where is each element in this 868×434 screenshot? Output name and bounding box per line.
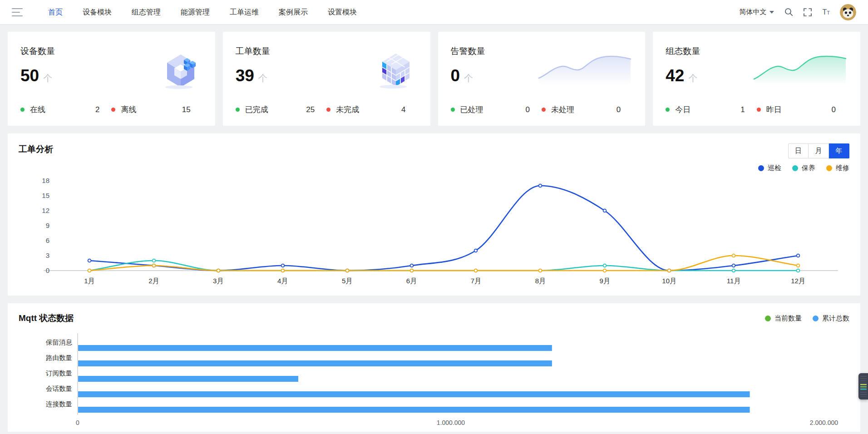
stat-label: 未处理 (551, 104, 574, 115)
top-nav-bar: 首页 设备模块 组态管理 能源管理 工单运维 案例展示 设置模块 简体中文 TT (0, 0, 868, 24)
legend-dot (758, 165, 764, 171)
legend-item-current[interactable]: 当前数量 (765, 314, 802, 323)
unit-label: 个 (464, 72, 473, 84)
cube-block-icon (159, 43, 202, 97)
svg-text:2,000,000: 2,000,000 (810, 419, 838, 425)
stat-completed: 已完成 25 (236, 104, 326, 115)
svg-text:10月: 10月 (662, 277, 676, 285)
font-size-icon[interactable]: TT (822, 8, 830, 16)
cube-cluster-icon (374, 43, 418, 97)
card-value: 39 (236, 66, 254, 85)
legend-item-maintenance[interactable]: 保养 (792, 164, 815, 173)
card-title: 告警数量 (451, 45, 485, 57)
svg-text:15: 15 (42, 192, 49, 199)
workorder-analysis-panel: 工单分析 日 月 年 巡检 保养 维修 03691215181月2月3月4月5月… (8, 133, 860, 296)
unit-label: 个 (258, 72, 267, 84)
svg-text:12月: 12月 (791, 277, 805, 285)
svg-text:6月: 6月 (406, 277, 417, 285)
stat-value: 0 (832, 105, 836, 114)
nav-item-devices[interactable]: 设备模块 (73, 0, 122, 24)
stat-value: 0 (616, 105, 621, 114)
status-dot-green (20, 108, 25, 112)
svg-text:4月: 4月 (277, 277, 288, 285)
stat-value: 25 (306, 105, 315, 114)
time-range-toggle: 日 月 年 (788, 143, 849, 158)
nav-item-workorder[interactable]: 工单运维 (220, 0, 269, 24)
svg-text:0: 0 (46, 266, 49, 274)
svg-text:5月: 5月 (342, 277, 352, 285)
svg-text:0: 0 (76, 419, 79, 425)
legend-item-total[interactable]: 累计总数 (813, 314, 849, 323)
svg-text:3月: 3月 (213, 277, 223, 285)
svg-text:会话数量: 会话数量 (46, 385, 72, 392)
svg-text:18: 18 (42, 177, 49, 184)
nav-item-home[interactable]: 首页 (38, 0, 73, 24)
status-dot-red (757, 108, 761, 112)
status-dot-green (451, 108, 455, 112)
svg-text:3: 3 (46, 252, 49, 259)
alarm-sparkline (537, 43, 632, 97)
nav-item-cases[interactable]: 案例展示 (269, 0, 318, 24)
card-value: 0 (451, 66, 460, 85)
svg-text:1,000,000: 1,000,000 (437, 419, 465, 425)
status-dot-red (326, 108, 330, 112)
nav-item-energy[interactable]: 能源管理 (171, 0, 220, 24)
stat-card-scada: 组态数量 42 个 今日 1 (653, 32, 860, 126)
floating-widget[interactable] (858, 373, 868, 399)
legend-dot (765, 316, 771, 321)
svg-text:保留消息: 保留消息 (45, 339, 73, 346)
stat-label: 今日 (675, 104, 690, 115)
menu-collapse-icon[interactable] (12, 8, 23, 16)
status-dot-green (666, 108, 670, 112)
panel-title-workorder: 工单分析 (19, 143, 53, 155)
chevron-down-icon (769, 11, 774, 14)
legend-item-repair[interactable]: 维修 (826, 164, 849, 173)
svg-text:8月: 8月 (535, 277, 546, 285)
legend-dot (813, 316, 819, 321)
stat-card-workorders: 工单数量 39 个 (223, 32, 430, 126)
stat-offline: 离线 15 (111, 104, 202, 115)
status-dot-red (542, 108, 546, 112)
svg-text:连接数量: 连接数量 (46, 400, 72, 408)
status-dot-green (236, 108, 240, 112)
stat-label: 未完成 (336, 104, 359, 115)
legend-item-inspection[interactable]: 巡检 (758, 164, 781, 173)
mqtt-status-panel: Mqtt 状态数据 当前数量 累计总数 保留消息路由数量订阅数量会话数量连接数量… (8, 303, 860, 432)
card-title: 组态数量 (666, 45, 700, 57)
stat-value: 4 (401, 105, 405, 114)
range-day-button[interactable]: 日 (788, 143, 809, 158)
svg-text:2月: 2月 (148, 277, 159, 285)
search-icon[interactable] (784, 8, 793, 17)
stat-label: 在线 (30, 104, 45, 115)
stat-yesterday: 昨日 0 (757, 104, 848, 115)
stat-label: 昨日 (766, 104, 782, 115)
stat-card-devices: 设备数量 50 个 (8, 32, 215, 126)
svg-text:路由数量: 路由数量 (46, 354, 72, 361)
card-value: 42 (666, 66, 684, 85)
stat-online: 在线 2 (20, 104, 111, 115)
panel-title-mqtt: Mqtt 状态数据 (19, 312, 74, 324)
stat-card-alarms: 告警数量 0 个 已处理 0 (438, 32, 646, 126)
mqtt-bar-chart: 保留消息路由数量订阅数量会话数量连接数量01,000,0002,000,000 (19, 329, 849, 425)
stat-label: 已完成 (245, 104, 268, 115)
range-month-button[interactable]: 月 (809, 143, 829, 158)
legend-dot (826, 165, 832, 171)
user-avatar[interactable] (840, 4, 856, 20)
stat-value: 1 (740, 105, 745, 114)
nav-item-settings[interactable]: 设置模块 (318, 0, 367, 24)
svg-text:9月: 9月 (600, 277, 610, 285)
unit-label: 个 (43, 72, 52, 84)
svg-text:6: 6 (46, 237, 49, 244)
stat-value: 15 (182, 105, 191, 114)
fullscreen-icon[interactable] (803, 8, 812, 17)
range-year-button[interactable]: 年 (829, 143, 849, 158)
svg-text:9: 9 (46, 222, 49, 229)
workorder-line-chart: 03691215181月2月3月4月5月6月7月8月9月10月11月12月 (19, 174, 849, 285)
status-dot-red (111, 108, 115, 112)
stat-today: 今日 1 (666, 104, 756, 115)
svg-text:1月: 1月 (84, 277, 94, 285)
nav-item-scada[interactable]: 组态管理 (122, 0, 171, 24)
language-selector[interactable]: 简体中文 (739, 8, 774, 16)
main-nav: 首页 设备模块 组态管理 能源管理 工单运维 案例展示 设置模块 (38, 0, 367, 24)
unit-label: 个 (688, 72, 697, 84)
